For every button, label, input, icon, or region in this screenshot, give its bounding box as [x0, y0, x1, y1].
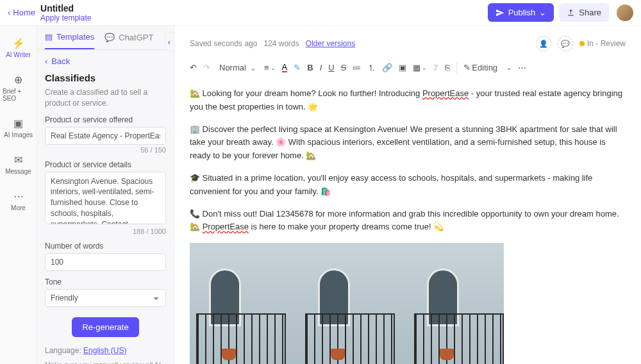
top-actions: Publish ⌄ Share [488, 3, 633, 22]
paragraph: 🎓 Situated in a prime location, you'll e… [190, 172, 626, 199]
rail-more[interactable]: ⋯More [0, 185, 37, 217]
counter-offered: 56 / 150 [45, 146, 166, 154]
send-icon [495, 8, 504, 17]
bolt-icon: ⚡ [12, 37, 25, 49]
review-note: Make sure you manually review all AI gen… [37, 358, 174, 364]
table-button[interactable]: ▦⌄ [413, 63, 427, 72]
redo-button[interactable]: ↷ [203, 63, 210, 72]
publish-label: Publish [508, 8, 536, 17]
paragraph: 🏢 Discover the perfect living space at K… [190, 123, 626, 163]
document-content[interactable]: 🏡 Looking for your dream home? Look no f… [190, 82, 626, 364]
rail-message[interactable]: ✉Message [0, 149, 37, 180]
field-label-tone: Tone [45, 277, 166, 286]
dots-icon: ⋯ [13, 190, 24, 203]
tab-label: ChatGPT [119, 33, 153, 42]
back-link[interactable]: ‹Back [37, 50, 174, 70]
rail-label: AI Writer [6, 51, 31, 58]
words-input[interactable] [45, 253, 166, 271]
chat-icon: 💬 [104, 33, 115, 42]
field-label-details: Product or service details [45, 160, 166, 169]
rail-label: Brief + SEO [3, 88, 34, 102]
doc-title-area: Untitled Apply template [40, 3, 488, 22]
more-button[interactable]: ⋯ [518, 63, 526, 72]
sidebar-tabs: ▤Templates 💬ChatGPT [37, 26, 174, 50]
spell-flag: PropertEase [203, 222, 249, 231]
apply-template-link[interactable]: Apply template [40, 13, 488, 22]
grid-icon: ▤ [45, 32, 53, 42]
editing-mode-button[interactable]: ✎ Editing ⌄ [463, 63, 512, 72]
share-label: Share [579, 8, 601, 17]
rail-brief-seo[interactable]: ⊕Brief + SEO [0, 69, 37, 107]
language-row: Language: English (US) [37, 341, 174, 358]
tab-label: Templates [56, 32, 94, 42]
status-dot-icon [579, 41, 585, 46]
rail-ai-images[interactable]: ▣AI Images [0, 112, 37, 144]
rail-label: More [11, 204, 26, 211]
bold-button[interactable]: B [307, 63, 313, 72]
image-button[interactable]: ▣ [399, 63, 406, 72]
publish-button[interactable]: Publish ⌄ [488, 3, 554, 22]
undo-button[interactable]: ↶ [190, 63, 197, 72]
text-color-button[interactable]: A [282, 63, 288, 72]
doc-title[interactable]: Untitled [40, 3, 488, 13]
left-rail: ⚡AI Writer ⊕Brief + SEO ▣AI Images ✉Mess… [0, 26, 37, 364]
highlight-button[interactable]: ✎ [294, 63, 301, 72]
image-icon: ▣ [13, 117, 23, 129]
tab-templates[interactable]: ▤Templates [45, 32, 94, 49]
mail-icon: ✉ [14, 154, 22, 166]
number-list-button[interactable]: ⒈ [367, 62, 376, 74]
meta-row: Saved seconds ago 124 words Older versio… [190, 26, 626, 56]
clear-format-button[interactable]: T̷ [433, 63, 438, 72]
sidebar: ‹ ▤Templates 💬ChatGPT ‹Back Classifieds … [37, 26, 174, 364]
top-bar: ‹ Home Untitled Apply template Publish ⌄… [0, 0, 641, 26]
tab-chatgpt[interactable]: 💬ChatGPT [104, 32, 153, 49]
chevron-left-icon: ‹ [45, 56, 47, 66]
add-comment-icon[interactable]: 💬 [558, 36, 573, 51]
chevron-left-icon: ‹ [8, 8, 10, 17]
paragraph: 📞 Don't miss out! Dial 12345678 for more… [190, 208, 626, 235]
style-select[interactable]: Normal [217, 62, 258, 74]
older-versions-link[interactable]: Older versions [306, 39, 355, 48]
align-button[interactable]: ≡⌄ [264, 63, 276, 72]
product-offered-input[interactable] [45, 127, 166, 145]
regenerate-button[interactable]: Re-generate [72, 317, 138, 337]
spell-flag: PropertEase [422, 88, 469, 98]
rail-ai-writer[interactable]: ⚡AI Writer [0, 32, 37, 63]
rail-label: AI Images [4, 131, 33, 138]
field-label-words: Number of words [45, 242, 166, 251]
chevron-down-icon: ⌄ [539, 8, 546, 17]
saved-status: Saved seconds ago [190, 39, 257, 48]
field-label-offered: Product or service offered [45, 115, 166, 124]
underline-button[interactable]: U [328, 63, 334, 72]
content-image[interactable] [190, 243, 504, 364]
language-link[interactable]: English (US) [83, 346, 126, 355]
strike-button[interactable]: S [341, 63, 347, 72]
collapse-panel-button[interactable]: ‹ [164, 32, 174, 51]
language-label: Language: [45, 346, 83, 355]
add-collaborator-icon[interactable]: 👤 [536, 36, 551, 51]
code-button[interactable]: ⎘ [445, 63, 450, 72]
section-description: Create a classified ad to sell a product… [37, 86, 174, 115]
status-badge[interactable]: In - Review [579, 39, 626, 48]
upload-icon [567, 8, 575, 17]
target-icon: ⊕ [14, 74, 22, 86]
paragraph: 🏡 Looking for your dream home? Look no f… [190, 87, 626, 114]
tone-select[interactable]: Friendly [45, 289, 166, 307]
back-label: Back [51, 56, 70, 66]
section-title: Classifieds [37, 70, 174, 86]
toolbar: ↶ ↷ Normal ≡⌄ A ✎ B I U S ≔ ⒈ 🔗 ▣ ▦⌄ T̷ … [190, 56, 626, 82]
link-button[interactable]: 🔗 [382, 63, 392, 72]
product-details-textarea[interactable]: Kensington Avenue. Spacious interiors, w… [45, 172, 166, 224]
avatar[interactable] [617, 4, 633, 21]
share-button[interactable]: Share [559, 3, 609, 22]
bullet-list-button[interactable]: ≔ [353, 63, 361, 72]
rail-label: Message [5, 168, 31, 175]
editor-pane: Saved seconds ago 124 words Older versio… [174, 26, 641, 364]
word-count: 124 words [263, 39, 299, 48]
home-label: Home [13, 8, 35, 17]
home-link[interactable]: ‹ Home [8, 8, 35, 17]
counter-details: 188 / 1000 [45, 228, 166, 235]
italic-button[interactable]: I [320, 63, 322, 72]
